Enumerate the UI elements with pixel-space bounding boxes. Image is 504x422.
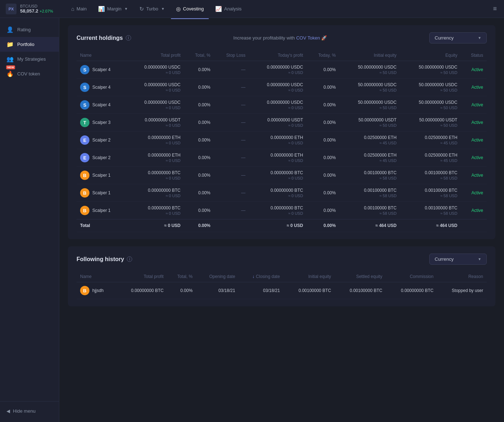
col-equity: Equity: [400, 50, 461, 61]
table-row: T Scalper 3 0.00000000 USDT ≈ 0 USD 0.00…: [77, 114, 487, 131]
following-history-table: Name Total profit Total, % Opening date …: [77, 271, 487, 299]
cell-stop-loss: —: [214, 61, 249, 79]
cell-total-profit: 0.00000000 USDC ≈ 0 USD: [126, 96, 184, 114]
cell-today-profit: 0.00000000 USDC ≈ 0 USD: [249, 96, 306, 114]
hist-col-total-pct: Total, %: [167, 271, 196, 282]
cell-total-profit: 0.00000000 ETH ≈ 0 USD: [126, 149, 184, 167]
coin-icon: S: [80, 100, 89, 110]
coin-icon: E: [80, 135, 89, 145]
cell-total-profit: 0.00000000 BTC ≈ 0 USD: [126, 202, 184, 219]
cell-total-pct: 0.00%: [184, 79, 214, 96]
rating-icon: 👤: [6, 26, 14, 33]
cell-init-equity: 0.00100000 BTC ≈ 58 USD: [339, 167, 400, 184]
coin-icon: B: [80, 171, 89, 180]
cell-total-profit: 0.00000000 ETH ≈ 0 USD: [126, 131, 184, 149]
promo-text: Increase your profitability with COV Tok…: [135, 35, 425, 41]
cell-equity: 50.00000000 USDC ≈ 50 USD: [400, 96, 461, 114]
nav-label-turbo: Turbo: [146, 6, 158, 11]
btc-pair: BTC/USD: [20, 4, 53, 8]
cell-total-profit: 0.00000000 USDC ≈ 0 USD: [126, 79, 184, 96]
cell-init-equity: 0.00100000 BTC ≈ 58 USD: [339, 184, 400, 202]
following-history-info-icon[interactable]: i: [127, 256, 132, 262]
current-holdings-info-icon[interactable]: i: [126, 35, 131, 41]
nav-item-analysis[interactable]: 📈 Analysis: [210, 4, 246, 14]
cell-name: S Scalper 4: [77, 61, 126, 79]
cell-today-pct: 0.00%: [307, 61, 339, 79]
hide-menu-label: Hide menu: [13, 408, 36, 414]
cell-stop-loss: —: [214, 149, 249, 167]
cell-init-equity: 50.00000000 USDC ≈ 50 USD: [339, 61, 400, 79]
cell-name: B Scalper 1: [77, 202, 126, 219]
strategy-name: Scalper 4: [92, 102, 111, 107]
sidebar: 👤 Rating 📁 Portfolio 👥 My Strategies 🔥NE…: [0, 18, 59, 422]
cell-today-pct: 0.00%: [307, 167, 339, 184]
table-row: S Scalper 4 0.00000000 USDC ≈ 0 USD 0.00…: [77, 96, 487, 114]
nav-items: ⌂ Main 📊 Margin ▼ ↻ Turbo ▼ ◎ Covesting …: [66, 4, 491, 14]
hist-cell-total-profit: 0.00000000 BTC: [116, 282, 167, 299]
cell-total-pct: 0.00%: [184, 184, 214, 202]
sidebar-bottom: ◀ Hide menu: [0, 401, 59, 418]
col-today-pct: Today, %: [307, 50, 339, 61]
hist-col-opening-date: Opening date: [196, 271, 239, 282]
nav-item-turbo[interactable]: ↻ Turbo ▼: [134, 4, 170, 14]
cell-equity: 0.00100000 BTC ≈ 58 USD: [400, 184, 461, 202]
nav-item-main[interactable]: ⌂ Main: [66, 4, 92, 14]
hist-cell-init-equity: 0.00100000 BTC: [283, 282, 335, 299]
cell-stop-loss: —: [214, 96, 249, 114]
total-equity: ≈ 464 USD: [400, 219, 461, 232]
cell-init-equity: 50.00000000 USDC ≈ 50 USD: [339, 96, 400, 114]
nav-item-covesting[interactable]: ◎ Covesting: [171, 4, 209, 14]
sidebar-item-cov-token[interactable]: 🔥NEW COV token: [0, 66, 59, 81]
col-stop-loss: Stop Loss: [214, 50, 249, 61]
total-today-pct: 0.00%: [307, 219, 339, 232]
layout: 👤 Rating 📁 Portfolio 👥 My Strategies 🔥NE…: [0, 18, 504, 422]
btc-change: +2.07%: [40, 9, 53, 13]
coin-icon: E: [80, 153, 89, 162]
cell-name: B Scalper 1: [77, 167, 126, 184]
hist-col-commission: Commission: [386, 271, 437, 282]
cov-token-link[interactable]: COV Token: [296, 35, 321, 41]
strategy-name: Scalper 2: [92, 155, 111, 160]
currency-select-history[interactable]: Currency ▼: [429, 254, 487, 265]
logo-icon[interactable]: PX: [6, 4, 17, 14]
cell-today-profit: 0.00000000 BTC ≈ 0 USD: [249, 167, 306, 184]
cell-equity: 0.00100000 BTC ≈ 58 USD: [400, 202, 461, 219]
nav-item-margin[interactable]: 📊 Margin ▼: [93, 4, 133, 14]
hist-col-total-profit: Total profit: [116, 271, 167, 282]
following-history-table-wrap: Name Total profit Total, % Opening date …: [77, 271, 487, 299]
cell-stop-loss: —: [214, 167, 249, 184]
total-label: Total: [77, 219, 126, 232]
hamburger-icon[interactable]: ≡: [491, 4, 498, 14]
table-row: S Scalper 4 0.00000000 USDC ≈ 0 USD 0.00…: [77, 61, 487, 79]
sidebar-item-rating[interactable]: 👤 Rating: [0, 22, 59, 37]
cell-today-pct: 0.00%: [307, 79, 339, 96]
current-holdings-card: Current holdings i Increase your profita…: [68, 25, 495, 239]
nav-right: ≡: [491, 5, 498, 13]
col-name: Name: [77, 50, 126, 61]
total-profit: ≈ 0 USD: [126, 219, 184, 232]
sidebar-item-portfolio[interactable]: 📁 Portfolio: [0, 37, 59, 52]
cell-stop-loss: —: [214, 202, 249, 219]
cell-today-profit: 0.00000000 BTC ≈ 0 USD: [249, 202, 306, 219]
following-history-title: Following history i: [77, 256, 132, 263]
cell-total-pct: 0.00%: [184, 202, 214, 219]
chevron-down-icon: ▼: [124, 7, 128, 11]
hide-menu-button[interactable]: ◀ Hide menu: [0, 404, 59, 418]
table-row: B Scalper 1 0.00000000 BTC ≈ 0 USD 0.00%…: [77, 202, 487, 219]
portfolio-icon: 📁: [6, 41, 14, 48]
cell-init-equity: 0.00100000 BTC ≈ 58 USD: [339, 202, 400, 219]
total-init-equity: ≈ 464 USD: [339, 219, 400, 232]
following-history-tbody: B hjjsdh 0.00000000 BTC 0.00% 03/18/21 0…: [77, 282, 487, 299]
cell-total-profit: 0.00000000 BTC ≈ 0 USD: [126, 167, 184, 184]
hist-strategy-name: hjjsdh: [92, 288, 103, 293]
currency-select-holdings[interactable]: Currency ▼: [429, 32, 487, 43]
cell-name: T Scalper 3: [77, 114, 126, 131]
sidebar-item-my-strategies[interactable]: 👥 My Strategies: [0, 52, 59, 66]
hist-cell-settled-equity: 0.00100000 BTC: [335, 282, 386, 299]
strategy-name: Scalper 4: [92, 67, 111, 72]
sidebar-label-my-strategies: My Strategies: [17, 56, 46, 62]
cell-today-pct: 0.00%: [307, 184, 339, 202]
strategy-name: Scalper 1: [92, 208, 111, 213]
cell-total-profit: 0.00000000 USDC ≈ 0 USD: [126, 61, 184, 79]
col-total-profit: Total profit: [126, 50, 184, 61]
